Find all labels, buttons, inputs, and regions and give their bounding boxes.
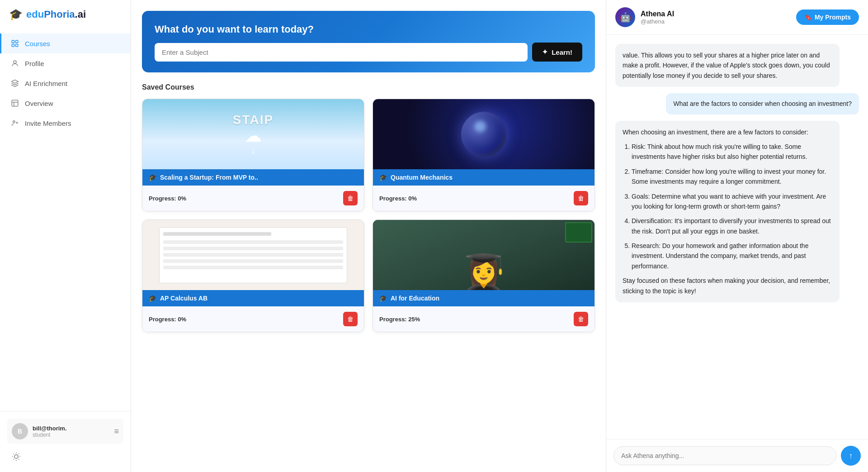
learn-input-row: ✦ Learn! (155, 43, 582, 62)
logo-icon: 🎓 (9, 8, 23, 21)
course-footer-ai-edu: Progress: 25% 🗑 (373, 306, 594, 332)
course-footer-quantum: Progress: 0% 🗑 (373, 186, 594, 211)
graduation-icon-quantum: 🎓 (379, 174, 387, 181)
chat-header: 🤖 Athena AI @athena 🔖 My Prompts (606, 0, 868, 35)
courses-icon (10, 39, 19, 48)
athena-handle: @athena (641, 18, 674, 25)
progress-ai-edu: Progress: 25% (379, 316, 420, 323)
subject-input[interactable] (155, 43, 528, 62)
send-button[interactable]: ↑ (841, 446, 861, 466)
profile-label: Profile (25, 60, 44, 67)
svg-rect-0 (12, 40, 14, 43)
saved-courses-section: Saved Courses STAIP ☁ ↓ 🎓 Scaling a Star… (142, 83, 595, 332)
factor-3: Goals: Determine what you want to achiev… (632, 191, 832, 212)
main-content: What do you want to learn today? ✦ Learn… (131, 0, 606, 472)
ai-figure (373, 220, 594, 290)
ai-enrichment-icon (10, 79, 19, 88)
ai-message-2-intro: When choosing an investment, there are a… (623, 127, 832, 137)
user-message-1-text: What are the factors to consider when ch… (673, 100, 852, 107)
invite-label: Invite Members (25, 119, 71, 127)
course-thumb-startup: STAIP ☁ ↓ (142, 99, 364, 169)
sidebar-item-invite-members[interactable]: Invite Members (0, 113, 131, 133)
sidebar-bottom: B bill@thorim. student ≡ (0, 411, 131, 472)
chat-input-row: ↑ (606, 439, 868, 472)
logo-area: 🎓 eduPhoria.ai (0, 0, 131, 29)
course-footer-calculus: Progress: 0% 🗑 (142, 306, 364, 332)
chat-panel: 🤖 Athena AI @athena 🔖 My Prompts value. … (606, 0, 868, 472)
avatar-athena: 🤖 (615, 7, 635, 27)
athena-name: Athena AI (641, 10, 674, 18)
graduation-icon-ai-edu: 🎓 (379, 295, 387, 302)
course-thumb-ai-edu (373, 220, 594, 290)
chat-messages: value. This allows you to sell your shar… (606, 35, 868, 439)
delete-button-quantum[interactable]: 🗑 (574, 191, 588, 205)
hamburger-menu-icon[interactable]: ≡ (114, 427, 119, 436)
course-card-calculus[interactable]: 🎓 AP Calculus AB Progress: 0% 🗑 (142, 219, 364, 332)
ai-message-2-outro: Stay focused on these factors when makin… (623, 276, 832, 296)
delete-button-ai-edu[interactable]: 🗑 (574, 312, 588, 326)
bookmark-icon: 🔖 (804, 14, 812, 21)
sidebar-item-profile[interactable]: Profile (0, 53, 131, 73)
learn-button[interactable]: ✦ Learn! (532, 43, 582, 62)
my-prompts-button[interactable]: 🔖 My Prompts (796, 10, 859, 25)
athena-info: 🤖 Athena AI @athena (615, 7, 674, 27)
courses-label: Courses (25, 40, 50, 48)
send-icon: ↑ (849, 451, 853, 461)
factor-5: Research: Do your homework and gather in… (632, 241, 832, 271)
user-details: bill@thorim. student (33, 425, 109, 438)
graduation-icon: 🎓 (149, 174, 156, 181)
course-card-ai-edu[interactable]: 🎓 AI for Education Progress: 25% 🗑 (373, 219, 595, 332)
user-role: student (33, 432, 109, 438)
ai-enrichment-label: AI Enrichment (25, 80, 67, 87)
course-card-quantum[interactable]: 🎓 Quantum Mechanics Progress: 0% 🗑 (373, 99, 595, 211)
sidebar-nav: Courses Profile AI Enrichment Overview (0, 29, 131, 411)
chat-message-user-1: What are the factors to consider when ch… (666, 93, 859, 114)
course-label-ai-edu: 🎓 AI for Education (373, 290, 594, 306)
learn-banner: What do you want to learn today? ✦ Learn… (142, 11, 595, 72)
courses-grid: STAIP ☁ ↓ 🎓 Scaling a Startup: From MVP … (142, 99, 595, 332)
chat-input[interactable] (613, 446, 836, 465)
course-label-quantum: 🎓 Quantum Mechanics (373, 169, 594, 186)
course-card-startup[interactable]: STAIP ☁ ↓ 🎓 Scaling a Startup: From MVP … (142, 99, 364, 211)
course-title-ai-edu: AI for Education (391, 295, 439, 302)
athena-name-block: Athena AI @athena (641, 10, 674, 25)
factor-1: Risk: Think about how much risk you're w… (632, 142, 832, 162)
graduation-icon-calculus: 🎓 (149, 295, 156, 302)
investment-factors-list: Risk: Think about how much risk you're w… (623, 142, 832, 271)
sidebar-item-courses[interactable]: Courses (0, 33, 131, 53)
invite-icon (10, 119, 19, 128)
app-logo-text: eduPhoria.ai (26, 9, 86, 20)
course-title-calculus: AP Calculus AB (160, 295, 208, 302)
overview-icon (10, 99, 19, 108)
svg-rect-2 (12, 44, 14, 47)
course-thumb-calculus (142, 220, 364, 290)
sidebar-item-overview[interactable]: Overview (0, 93, 131, 113)
banner-title: What do you want to learn today? (155, 24, 582, 35)
theme-toggle-button[interactable] (7, 448, 123, 465)
svg-point-7 (14, 455, 18, 458)
course-title-quantum: Quantum Mechanics (391, 174, 453, 181)
progress-calculus: Progress: 0% (149, 316, 186, 323)
my-prompts-label: My Prompts (815, 14, 851, 21)
calc-paper (159, 227, 348, 283)
sidebar: 🎓 eduPhoria.ai Courses Profile AI Enrich… (0, 0, 131, 472)
blackboard (565, 222, 592, 243)
chat-message-ai-2: When choosing an investment, there are a… (615, 121, 840, 302)
course-title-startup: Scaling a Startup: From MVP to.. (160, 174, 258, 181)
course-footer-startup: Progress: 0% 🗑 (142, 186, 364, 211)
chat-message-ai-1: value. This allows you to sell your shar… (615, 44, 840, 87)
svg-point-6 (13, 121, 15, 123)
delete-button-calculus[interactable]: 🗑 (343, 312, 358, 326)
overview-label: Overview (25, 100, 53, 107)
user-info-panel: B bill@thorim. student ≡ (7, 419, 123, 444)
svg-rect-3 (16, 44, 18, 47)
factor-2: Timeframe: Consider how long you're will… (632, 167, 832, 187)
ai-message-1-text: value. This allows you to sell your shar… (623, 52, 830, 79)
delete-button-startup[interactable]: 🗑 (343, 191, 358, 205)
staip-label: STAIP (233, 113, 274, 127)
sidebar-item-ai-enrichment[interactable]: AI Enrichment (0, 73, 131, 93)
sparkle-icon: ✦ (542, 48, 548, 56)
section-title: Saved Courses (142, 83, 595, 91)
progress-startup: Progress: 0% (149, 195, 186, 202)
progress-quantum: Progress: 0% (379, 195, 417, 202)
